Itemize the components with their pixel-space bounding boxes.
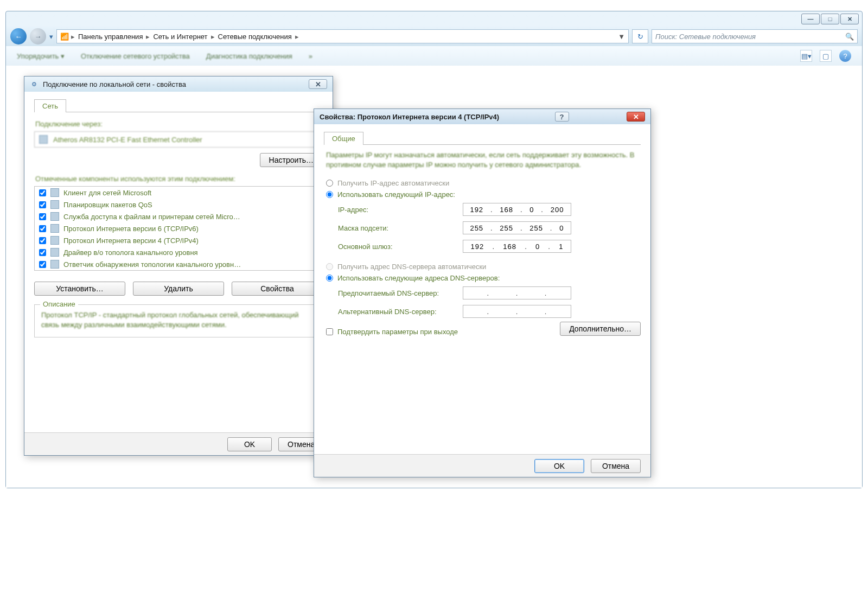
subnet-mask-label: Маска подсети: bbox=[338, 224, 463, 232]
search-input[interactable]: Поиск: Сетевые подключения 🔍 bbox=[652, 29, 858, 43]
component-checkbox[interactable] bbox=[39, 225, 46, 232]
components-list[interactable]: Клиент для сетей Microsoft Планировщик п… bbox=[34, 186, 323, 271]
nav-back-button[interactable]: ← bbox=[10, 28, 27, 44]
radio-dns-auto bbox=[326, 263, 333, 270]
component-label: Протокол Интернета версии 4 (TCP/IPv4) bbox=[63, 237, 199, 245]
radio-dns-auto-label: Получить адрес DNS-сервера автоматически bbox=[337, 263, 486, 271]
radio-dns-manual[interactable] bbox=[326, 275, 333, 282]
install-button[interactable]: Установить… bbox=[34, 282, 125, 296]
component-icon bbox=[50, 200, 59, 209]
radio-ip-manual-label: Использовать следующий IP-адрес: bbox=[337, 190, 455, 199]
radio-ip-auto-row[interactable]: Получить IP-адрес автоматически bbox=[326, 179, 639, 187]
subnet-mask-input[interactable]: 255. 255. 255. 0 bbox=[463, 221, 571, 234]
uninstall-button[interactable]: Удалить bbox=[133, 282, 224, 296]
view-options-button[interactable]: ▤▾ bbox=[800, 50, 812, 62]
network-icon: ⚙ bbox=[30, 80, 39, 88]
preview-pane-button[interactable]: ▢ bbox=[820, 50, 832, 62]
ok-button[interactable]: OK bbox=[534, 459, 584, 473]
info-text: Параметры IP могут назначаться автоматич… bbox=[326, 150, 639, 169]
dns1-input[interactable]: . . . bbox=[463, 286, 571, 299]
list-item[interactable]: Ответчик обнаружения топологии канальног… bbox=[35, 258, 322, 270]
help-button[interactable]: ? bbox=[839, 50, 851, 62]
connect-using-label: Подключение через: bbox=[35, 120, 322, 128]
toolbar-overflow-button[interactable]: » bbox=[309, 52, 312, 60]
toolbar-organize-button[interactable]: Упорядочить ▾ bbox=[17, 52, 65, 60]
dialog-titlebar: ⚙ Подключение по локальной сети - свойст… bbox=[24, 76, 333, 92]
refresh-icon: ↻ bbox=[637, 33, 643, 41]
tab-general[interactable]: Общие bbox=[324, 132, 363, 145]
dialog-footer: OK Отмена bbox=[314, 454, 650, 477]
component-icon bbox=[50, 224, 59, 233]
search-placeholder: Поиск: Сетевые подключения bbox=[655, 33, 756, 41]
component-icon bbox=[50, 212, 59, 221]
radio-ip-auto[interactable] bbox=[326, 180, 333, 187]
breadcrumb[interactable]: Панель управления bbox=[77, 33, 144, 41]
ip-octet: 168 bbox=[500, 206, 513, 214]
description-text: Протокол TCP/IP - стандартный протокол г… bbox=[41, 310, 316, 329]
list-item[interactable]: Планировщик пакетов QoS bbox=[35, 199, 322, 210]
window-close-button[interactable]: ✕ bbox=[840, 14, 859, 24]
ok-button[interactable]: OK bbox=[227, 437, 272, 451]
ip-octet: 192 bbox=[471, 243, 484, 251]
list-item[interactable]: Протокол Интернета версии 6 (TCP/IPv6) bbox=[35, 222, 322, 234]
confirm-on-exit-checkbox[interactable] bbox=[326, 328, 333, 335]
tab-strip: Общие bbox=[324, 132, 641, 145]
breadcrumb[interactable]: Сеть и Интернет bbox=[152, 33, 208, 41]
radio-dns-manual-row[interactable]: Использовать следующие адреса DNS-сервер… bbox=[326, 274, 639, 282]
toolbar-diagnose-button[interactable]: Диагностика подключения bbox=[206, 52, 292, 60]
component-label: Ответчик обнаружения топологии канальног… bbox=[63, 260, 241, 269]
explorer-titlebar: — □ ✕ bbox=[6, 11, 862, 27]
component-icon bbox=[50, 236, 59, 245]
refresh-button[interactable]: ↻ bbox=[632, 29, 648, 43]
list-item[interactable]: Протокол Интернета версии 4 (TCP/IPv4) bbox=[35, 234, 322, 246]
list-item[interactable]: Драйвер в/о тополога канального уровня bbox=[35, 246, 322, 258]
dialog-help-button[interactable]: ? bbox=[555, 112, 569, 122]
gateway-input[interactable]: 192. 168. 0. 1 bbox=[463, 240, 571, 253]
nav-recent-dropdown-icon[interactable]: ▾ bbox=[49, 33, 53, 41]
tab-network[interactable]: Сеть bbox=[34, 99, 66, 112]
components-label: Отмеченные компоненты используются этим … bbox=[35, 175, 322, 183]
radio-ip-manual-row[interactable]: Использовать следующий IP-адрес: bbox=[326, 190, 639, 199]
radio-dns-auto-row[interactable]: Получить адрес DNS-сервера автоматически bbox=[326, 263, 639, 271]
connection-properties-dialog: ⚙ Подключение по локальной сети - свойст… bbox=[24, 76, 333, 456]
dialog-close-button[interactable]: ✕ bbox=[627, 112, 645, 122]
component-checkbox[interactable] bbox=[39, 213, 46, 220]
component-icon bbox=[50, 248, 59, 257]
confirm-on-exit-label: Подтвердить параметры при выходе bbox=[337, 328, 458, 336]
component-checkbox[interactable] bbox=[39, 189, 46, 196]
radio-dns-manual-label: Использовать следующие адреса DNS-сервер… bbox=[337, 274, 500, 282]
adapter-box: Atheros AR8132 PCI-E Fast Ethernet Contr… bbox=[34, 131, 323, 148]
properties-button[interactable]: Свойства bbox=[232, 282, 323, 296]
component-label: Протокол Интернета версии 6 (TCP/IPv6) bbox=[63, 225, 199, 233]
component-checkbox[interactable] bbox=[39, 261, 46, 268]
window-maximize-button[interactable]: □ bbox=[821, 14, 839, 24]
explorer-navbar: ← → ▾ 📶 ▸ Панель управления ▸ Сеть и Инт… bbox=[6, 27, 862, 46]
component-label: Планировщик пакетов QoS bbox=[63, 201, 152, 209]
component-checkbox[interactable] bbox=[39, 201, 46, 208]
component-checkbox[interactable] bbox=[39, 249, 46, 256]
breadcrumb[interactable]: Сетевые подключения bbox=[217, 33, 293, 41]
component-icon bbox=[50, 188, 59, 197]
dns2-input[interactable]: . . . bbox=[463, 305, 571, 318]
breadcrumb-sep-icon: ▸ bbox=[211, 33, 215, 41]
address-bar[interactable]: 📶 ▸ Панель управления ▸ Сеть и Интернет … bbox=[56, 29, 629, 43]
radio-ip-auto-label: Получить IP-адрес автоматически bbox=[337, 179, 449, 187]
ip-octet: 1 bbox=[559, 243, 563, 251]
radio-ip-manual[interactable] bbox=[326, 191, 333, 198]
window-minimize-button[interactable]: — bbox=[801, 14, 820, 24]
ip-octet: 255 bbox=[500, 224, 513, 232]
list-item[interactable]: Клиент для сетей Microsoft bbox=[35, 187, 322, 199]
nav-forward-button[interactable]: → bbox=[30, 28, 46, 44]
list-item[interactable]: Служба доступа к файлам и принтерам сете… bbox=[35, 210, 322, 222]
dialog-close-button[interactable]: ✕ bbox=[309, 79, 327, 89]
adapter-icon bbox=[39, 135, 48, 144]
breadcrumb-sep-icon: ▸ bbox=[71, 33, 75, 41]
dialog-titlebar: Свойства: Протокол Интернета версии 4 (T… bbox=[314, 109, 650, 124]
toolbar-disable-button[interactable]: Отключение сетевого устройства bbox=[81, 52, 190, 60]
component-checkbox[interactable] bbox=[39, 237, 46, 244]
address-bar-dropdown-icon[interactable]: ▼ bbox=[618, 33, 625, 41]
cancel-button[interactable]: Отмена bbox=[591, 459, 641, 473]
ip-octet: 0 bbox=[535, 243, 540, 251]
advanced-button[interactable]: Дополнительно… bbox=[560, 322, 641, 336]
ip-address-input[interactable]: 192. 168. 0. 200 bbox=[463, 203, 571, 216]
